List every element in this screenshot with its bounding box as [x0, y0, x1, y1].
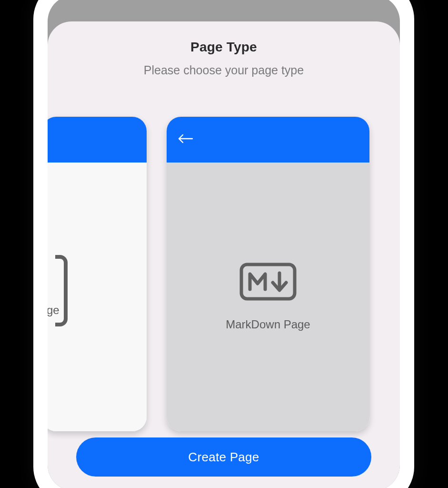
page-type-card-markdown[interactable]: MarkDown Page [167, 117, 369, 431]
phone-screen: Page Type Please choose your page type g… [48, 0, 400, 488]
arrow-left-icon [177, 133, 193, 146]
create-page-button[interactable]: Create Page [76, 437, 371, 477]
phone-frame: Page Type Please choose your page type g… [33, 0, 414, 488]
card-header [167, 117, 369, 163]
page-type-card-prev[interactable]: ge [48, 117, 147, 431]
card-body: MarkDown Page [167, 163, 369, 431]
sheet-title: Page Type [48, 40, 400, 55]
card-header [48, 117, 147, 163]
card-label: MarkDown Page [226, 318, 310, 331]
page-type-sheet: Page Type Please choose your page type g… [48, 21, 400, 488]
page-type-cards: ge [48, 117, 400, 431]
card-body: ge [48, 163, 147, 431]
sheet-subtitle: Please choose your page type [48, 63, 400, 77]
card-label: ge [48, 304, 60, 317]
markdown-icon [239, 263, 297, 301]
